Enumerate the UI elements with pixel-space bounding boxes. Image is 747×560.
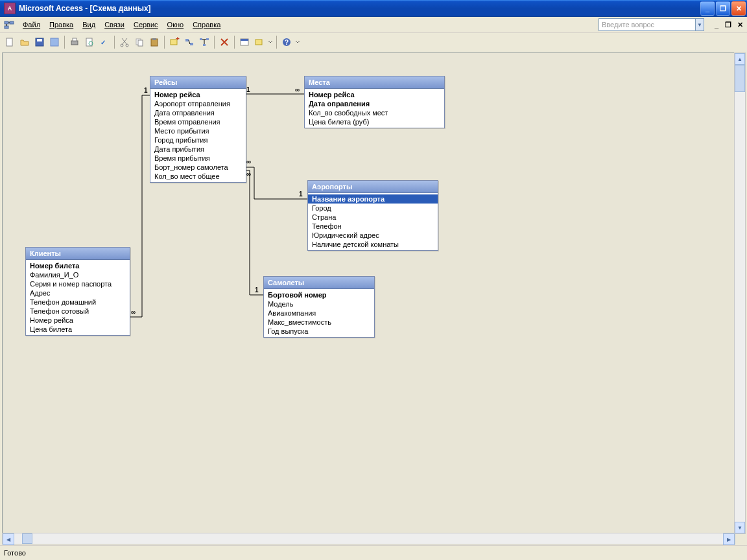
menu-help[interactable]: Справка [188,19,225,30]
mdi-restore-button[interactable]: ❐ [724,20,733,29]
table-field[interactable]: Аэропорт отправления [150,99,246,108]
scroll-right-icon[interactable]: ▶ [723,533,735,545]
scroll-thumb[interactable] [735,65,745,92]
table-field[interactable]: Номер рейса [26,316,130,325]
table-header[interactable]: Аэропорты [308,181,438,193]
svg-line-24 [189,40,190,44]
status-text: Готово [4,549,26,557]
table-field[interactable]: Бортовой номер [264,290,374,299]
show-all-icon[interactable] [197,35,211,49]
svg-rect-32 [255,40,262,45]
scroll-thumb[interactable] [22,533,32,544]
scroll-left-icon[interactable]: ◀ [3,533,14,545]
table-field[interactable]: Дата отправления [150,108,246,117]
svg-rect-25 [200,38,202,40]
delete-icon[interactable] [217,35,231,49]
menu-window[interactable]: Окно [163,19,189,30]
scroll-up-icon[interactable]: ▲ [735,53,745,65]
table-field[interactable]: Цена билета [26,325,130,334]
svg-rect-19 [152,38,156,40]
table-field[interactable]: Время отправления [150,117,246,126]
table-body: Номер рейсаДата оправленияКол_во свободн… [305,89,444,128]
db-window-icon[interactable] [237,35,252,49]
close-button[interactable]: ✕ [731,1,746,16]
table-field[interactable]: Время прибытия [150,154,246,163]
table-header[interactable]: Клиенты [26,248,130,260]
table-field[interactable]: Адрес [26,288,130,298]
print-icon[interactable] [67,35,82,49]
table-header[interactable]: Места [305,76,444,89]
table-field[interactable]: Номер билета [26,261,130,270]
table-field[interactable]: Год выпуска [264,327,374,336]
table-field[interactable]: Номер рейса [305,90,444,99]
save-icon[interactable] [32,35,47,49]
table-field[interactable]: Телефон [308,222,438,231]
horizontal-scrollbar[interactable]: ◀ ▶ [2,533,735,544]
table-field[interactable]: Кол_во мест общее [150,172,246,181]
table-field[interactable]: Борт_номер самолета [150,163,246,172]
vertical-scrollbar[interactable]: ▲ ▼ [734,52,746,534]
svg-rect-5 [6,38,12,46]
table-flights[interactable]: Рейсы Номер рейсаАэропорт отправленияДат… [150,76,246,183]
menu-view[interactable]: Вид [78,19,100,30]
open-icon[interactable] [18,35,32,49]
cut-icon[interactable] [117,35,132,49]
table-field[interactable]: Дата оправления [305,99,444,108]
table-field[interactable]: Авиакомпания [264,309,374,318]
print-preview-icon[interactable] [82,35,97,49]
paste-icon[interactable] [147,35,161,49]
menu-service[interactable]: Сервис [129,19,163,30]
table-field[interactable]: Место прибытия [150,126,246,135]
table-field[interactable]: Телефон домашний [26,298,130,307]
status-bar: Готово [0,545,747,560]
scroll-down-icon[interactable]: ▼ [735,522,745,533]
table-airports[interactable]: Аэропорты Название аэропортаГородСтранаТ… [307,180,438,251]
table-body: Название аэропортаГородСтранаТелефонЮрид… [308,193,438,250]
menu-edit[interactable]: Правка [45,19,78,30]
copy-icon[interactable] [132,35,147,49]
new-object-icon[interactable] [252,35,267,49]
table-body: Бортовой номерМодельАвиакомпанияМакс_вме… [264,289,374,337]
table-planes[interactable]: Самолеты Бортовой номерМодельАвиакомпани… [263,276,375,338]
table-field[interactable]: Название аэропорта [308,194,438,204]
table-header[interactable]: Рейсы [150,76,246,89]
maximize-button[interactable]: ❐ [716,1,730,16]
new-icon[interactable] [3,35,17,49]
table-field[interactable]: Фамилия_И_О [26,270,130,279]
dropdown-icon[interactable] [267,35,274,49]
table-field[interactable]: Цена билета (руб) [305,117,444,126]
table-field[interactable]: Страна [308,213,438,222]
mdi-minimize-button[interactable]: _ [712,20,721,29]
table-header[interactable]: Самолеты [264,277,374,289]
rel-many: ∞ [295,86,300,93]
relationships-canvas[interactable]: 1 ∞ 1 ∞ ∞ 1 ∞ 1 Рейсы Номер рейсаАэропор… [2,52,735,534]
show-direct-icon[interactable] [182,35,196,49]
help-dropdown-icon[interactable] [294,35,301,49]
table-field[interactable]: Город [308,204,438,213]
table-field[interactable]: Город прибытия [150,135,246,145]
help-search-input[interactable]: Введите вопрос [599,18,696,31]
table-field[interactable]: Телефон сотовый [26,307,130,316]
mdi-close-button[interactable]: ✕ [735,20,744,29]
menu-file[interactable]: Файл [18,19,45,30]
minimize-button[interactable]: _ [700,1,715,16]
save-layout-icon[interactable] [47,35,62,49]
rel-one: 1 [299,191,303,198]
table-clients[interactable]: Клиенты Номер билетаФамилия_И_ОСерия и н… [25,247,130,336]
table-field[interactable]: Юридический адрес [308,231,438,240]
menu-links[interactable]: Связи [100,19,129,30]
table-field[interactable]: Модель [264,299,374,309]
svg-rect-27 [203,44,206,46]
table-field[interactable]: Кол_во свободных мест [305,108,444,117]
svg-rect-17 [138,40,143,46]
table-field[interactable]: Макс_вместимость [264,318,374,327]
spell-icon[interactable]: ✓ [97,35,112,49]
table-seats[interactable]: Места Номер рейсаДата оправленияКол_во с… [304,76,445,128]
help-search-dropdown[interactable]: ▼ [696,18,704,31]
add-table-icon[interactable]: + [167,35,182,49]
table-field[interactable]: Номер рейса [150,90,246,99]
help-icon[interactable]: ? [279,35,294,49]
table-field[interactable]: Серия и номер паспорта [26,279,130,288]
table-field[interactable]: Дата прибытия [150,145,246,154]
table-field[interactable]: Наличие детской комнаты [308,240,438,249]
